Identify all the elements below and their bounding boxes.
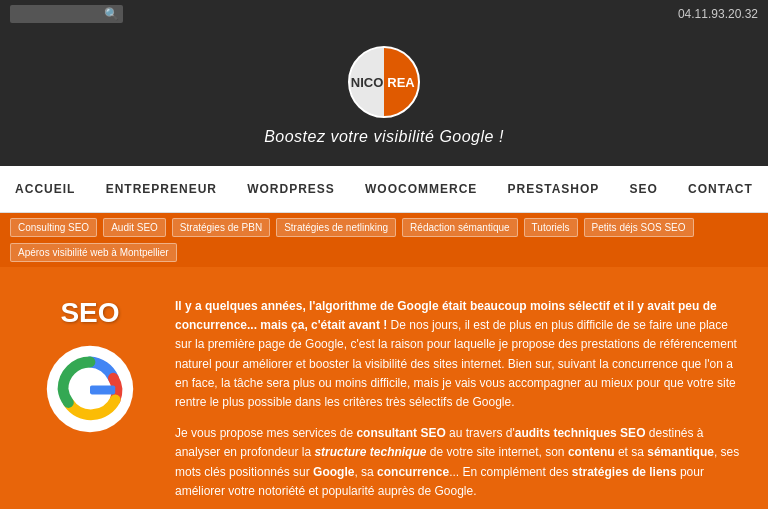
- google-g-logo: [45, 344, 135, 434]
- content-area: SEO Il y a quelques années, l'algorithme…: [0, 267, 768, 509]
- logo: NICO REA: [348, 46, 420, 118]
- nav-entrepreneur[interactable]: ENTREPRENEUR: [98, 178, 225, 200]
- subnav-strategies-netlinking[interactable]: Stratégies de netlinking: [276, 218, 396, 237]
- nav-woocommerce[interactable]: WOOCOMMERCE: [357, 178, 485, 200]
- ip-address: 04.11.93.20.32: [678, 7, 758, 21]
- svg-rect-1: [90, 385, 115, 394]
- nav-prestashop[interactable]: PRESTASHOP: [500, 178, 608, 200]
- subnav-strategies-pbn[interactable]: Stratégies de PBN: [172, 218, 270, 237]
- content-para2: Je vous propose mes services de consulta…: [175, 424, 743, 501]
- logo-inner: NICO REA: [350, 48, 418, 116]
- nav-wordpress[interactable]: WORDPRESS: [239, 178, 343, 200]
- logo-right: REA: [384, 46, 418, 118]
- hero-section: NICO REA Boostez votre visibilité Google…: [0, 28, 768, 166]
- main-nav: ACCUEIL ENTREPRENEUR WORDPRESS WOOCOMMER…: [0, 166, 768, 213]
- seo-title: SEO: [60, 297, 119, 329]
- subnav-audit-seo[interactable]: Audit SEO: [103, 218, 166, 237]
- subnav-redaction-semantique[interactable]: Rédaction sémantique: [402, 218, 518, 237]
- search-input[interactable]: [14, 8, 104, 20]
- subnav-consulting-seo[interactable]: Consulting SEO: [10, 218, 97, 237]
- search-button[interactable]: 🔍: [104, 7, 119, 21]
- subnav-aperos[interactable]: Apéros visibilité web à Montpellier: [10, 243, 177, 262]
- left-panel: SEO: [25, 297, 155, 509]
- top-bar: 🔍 04.11.93.20.32: [0, 0, 768, 28]
- subnav-petits-dejs[interactable]: Petits déjs SOS SEO: [584, 218, 694, 237]
- nav-seo[interactable]: SEO: [622, 178, 666, 200]
- nav-accueil[interactable]: ACCUEIL: [7, 178, 83, 200]
- sub-nav: Consulting SEO Audit SEO Stratégies de P…: [0, 213, 768, 267]
- right-panel: Il y a quelques années, l'algorithme de …: [175, 297, 743, 509]
- content-para1: Il y a quelques années, l'algorithme de …: [175, 297, 743, 412]
- logo-left: NICO: [350, 46, 384, 118]
- subnav-tutoriels[interactable]: Tutoriels: [524, 218, 578, 237]
- hero-tagline: Boostez votre visibilité Google !: [264, 128, 504, 146]
- nav-contact[interactable]: CONTACT: [680, 178, 761, 200]
- search-box[interactable]: 🔍: [10, 5, 123, 23]
